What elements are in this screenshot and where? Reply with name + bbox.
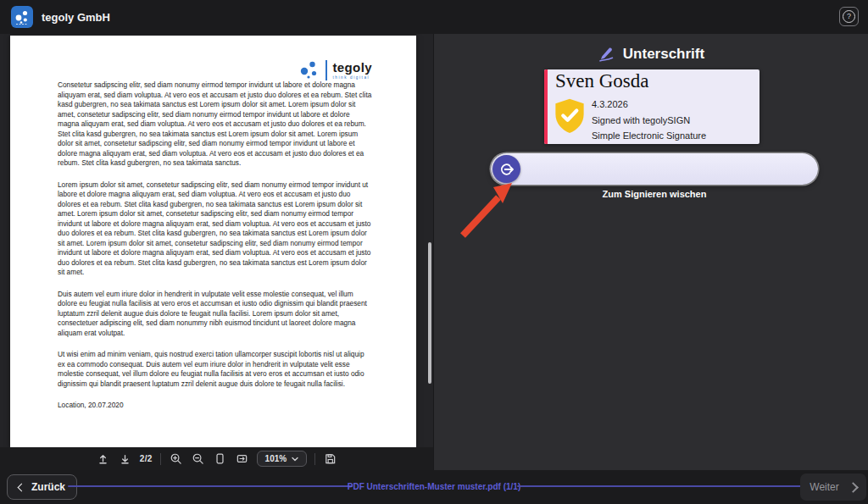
page-up-icon (97, 452, 109, 465)
pdf-viewer: tegoly think digital Consetetur sadipsci… (0, 34, 433, 470)
logo-wordmark: tegoly (332, 61, 372, 74)
document-text: Consetetur sadipscing elitr, sed diam no… (58, 80, 373, 423)
zoom-in-icon (170, 452, 182, 465)
shield-check-icon (554, 97, 586, 135)
annotation-arrow-icon (449, 168, 530, 248)
zoom-out-button[interactable] (191, 452, 205, 465)
viewer-scrollbar[interactable] (428, 242, 431, 384)
page-up-button[interactable] (96, 452, 110, 465)
zoom-in-button[interactable] (169, 452, 183, 465)
fit-page-button[interactable] (213, 452, 227, 465)
signature-card: Sven Gosda 4.3.2026 Signed with tegolySI… (544, 69, 760, 144)
company-title: tegoly GmbH (42, 11, 110, 24)
document-logo: tegoly think digital (300, 59, 372, 81)
help-button[interactable]: ? (839, 7, 859, 26)
paragraph: Duis autem vel eum iriure dolor in hendr… (58, 290, 373, 339)
page-down-icon (119, 452, 131, 465)
swipe-to-sign-slider[interactable] (491, 153, 818, 185)
save-icon (324, 452, 337, 465)
signature-date: 4.3.2026 (592, 97, 706, 113)
paragraph: Lorem ipsum dolor sit amet, consetetur s… (58, 180, 373, 278)
toolbar-divider (160, 453, 161, 465)
zoom-out-icon (192, 452, 204, 465)
progress-line-right (517, 485, 804, 487)
fit-page-icon (214, 452, 226, 465)
zoom-level-value: 101% (265, 454, 287, 463)
top-bar: tegoly GmbH ? (0, 0, 868, 34)
document-location-line: Location, 20.07.2020 (58, 401, 373, 411)
panel-title: Unterschrift (623, 46, 704, 63)
save-button[interactable] (323, 452, 337, 465)
paragraph: Ut wisi enim ad minim veniam, quis nostr… (58, 350, 373, 389)
fit-width-button[interactable] (235, 452, 249, 465)
pdf-toolbar: 2/2 (0, 447, 433, 470)
bottom-bar: Zurück PDF Unterschriften-Muster muster.… (0, 470, 868, 504)
document-page: tegoly think digital Consetetur sadipsci… (10, 36, 416, 447)
tegoly-dots-icon (300, 59, 320, 81)
signature-method: Signed with tegolySIGN (592, 113, 706, 129)
logo-tagline: think digital (332, 75, 372, 80)
card-accent-stripe (544, 69, 548, 144)
page-indicator: 2/2 (140, 454, 153, 463)
tegoly-logo-icon (11, 6, 33, 28)
pen-icon (598, 45, 615, 63)
app-window: tegoly GmbH ? tegoly think digital (0, 0, 868, 504)
signature-panel: Unterschrift Sven Gosda 4.3.2026 Signed … (433, 34, 868, 470)
page-down-button[interactable] (118, 452, 132, 465)
paragraph: Consetetur sadipscing elitr, sed diam no… (58, 80, 373, 169)
fit-width-icon (236, 452, 248, 465)
help-icon: ? (843, 10, 855, 23)
chevron-right-icon (848, 482, 859, 493)
panel-header: Unterschrift (434, 45, 868, 63)
toolbar-divider (314, 453, 315, 465)
zoom-level-dropdown[interactable]: 101% (257, 451, 308, 467)
next-button[interactable]: Weiter (800, 474, 866, 501)
logo-divider (326, 60, 327, 80)
signature-details: 4.3.2026 Signed with tegolySIGN Simple E… (592, 97, 706, 144)
signer-name: Sven Gosda (555, 70, 649, 92)
next-button-label: Weiter (810, 481, 838, 493)
chevron-down-icon (292, 457, 298, 462)
signature-type: Simple Electronic Signature (592, 128, 706, 144)
slider-hint-label: Zum Signieren wischen (491, 189, 818, 199)
